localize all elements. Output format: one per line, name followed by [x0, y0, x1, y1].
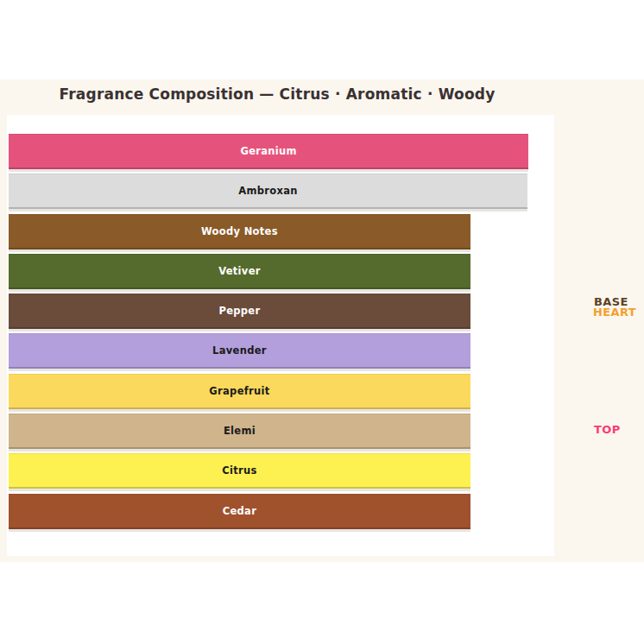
bar-row: Geranium — [9, 134, 552, 174]
bars-container: GeraniumAmbroxanWoody NotesVetiverPepper… — [9, 134, 552, 534]
bar-woody-notes: Woody Notes — [9, 214, 470, 249]
group-label-heart: HEART — [593, 307, 636, 318]
bar-cedar: Cedar — [9, 494, 470, 529]
plot-area: GeraniumAmbroxanWoody NotesVetiverPepper… — [7, 115, 554, 556]
bar-label: Ambroxan — [238, 185, 297, 197]
bar-label: Vetiver — [218, 265, 261, 277]
group-label-top: TOP — [594, 425, 621, 435]
bar-label: Grapefruit — [209, 385, 269, 397]
chart-title: Fragrance Composition — Citrus · Aromati… — [0, 85, 554, 103]
bar-row: Ambroxan — [9, 174, 552, 213]
bar-label: Pepper — [218, 305, 260, 317]
bar-label: Geranium — [240, 145, 296, 157]
bar-row: Vetiver — [9, 254, 552, 294]
bar-citrus: Citrus — [9, 453, 470, 489]
bar-row: Citrus — [9, 453, 552, 493]
bar-label: Citrus — [222, 464, 256, 477]
bar-lavender: Lavender — [9, 333, 470, 369]
bar-label: Cedar — [223, 505, 256, 517]
bar-elemi: Elemi — [9, 414, 470, 449]
bar-row: Woody Notes — [9, 214, 552, 254]
bar-row: Cedar — [9, 494, 552, 534]
bar-geranium: Geranium — [9, 134, 528, 169]
bar-row: Lavender — [9, 333, 552, 373]
bar-label: Elemi — [224, 425, 256, 437]
bar-row: Pepper — [9, 294, 552, 333]
chart-canvas: Fragrance Composition — Citrus · Aromati… — [0, 79, 644, 562]
bar-row: Elemi — [9, 414, 552, 453]
bar-vetiver: Vetiver — [9, 254, 470, 289]
bar-label: Woody Notes — [201, 225, 278, 237]
bar-label: Lavender — [212, 344, 267, 357]
bar-row: Grapefruit — [9, 374, 552, 414]
bar-pepper: Pepper — [9, 294, 470, 329]
bar-ambroxan: Ambroxan — [9, 174, 527, 209]
bar-grapefruit: Grapefruit — [9, 374, 470, 409]
